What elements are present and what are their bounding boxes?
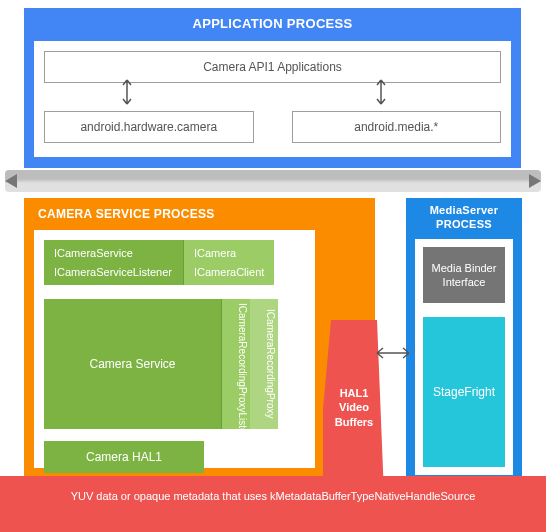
footer-yuv-note: YUV data or opaque metadata that uses kM… [0,476,546,532]
application-process-container: APPLICATION PROCESS Camera API1 Applicat… [24,8,521,168]
android-hardware-camera-box: android.hardware.camera [44,111,254,143]
stagefright-box: StageFright [423,317,505,466]
icamera-client-box: ICameraClient [184,259,274,285]
svg-marker-0 [5,174,17,188]
svg-marker-1 [529,174,541,188]
android-media-box: android.media.* [292,111,502,143]
mediaserver-process-container: MediaServer PROCESS Media Binder Interfa… [406,198,522,480]
arrow-csp-msp [375,345,411,361]
application-process-title: APPLICATION PROCESS [24,8,521,41]
hal1-video-buffers-label: HAL1 Video Buffers [325,386,383,429]
mediaserver-process-title: MediaServer PROCESS [406,198,522,239]
mediaserver-title-line1: MediaServer [430,204,499,216]
camera-hal1-box: Camera HAL1 [44,441,204,473]
camera-service-process-title: CAMERA SERVICE PROCESS [24,198,375,230]
camera-service-process-inner: ICameraService ICamera ICameraServiceLis… [34,230,315,468]
horizontal-connector-bar [5,170,541,192]
mediaserver-process-inner: Media Binder Interface StageFright [415,239,513,475]
camera-service-box: Camera Service [44,299,222,429]
icamera-service-listener-box: ICameraServiceListener [44,259,184,285]
mediaserver-title-line2: PROCESS [436,218,492,230]
media-binder-interface-box: Media Binder Interface [423,247,505,304]
icamera-recording-proxy-listener-box: ICameraRecordingProxyListener [222,299,250,429]
camera-api1-apps-box: Camera API1 Applications [44,51,501,83]
application-process-inner: Camera API1 Applications android.hardwar… [34,41,511,157]
icamera-recording-proxy-box: ICameraRecordingProxy [250,299,278,429]
